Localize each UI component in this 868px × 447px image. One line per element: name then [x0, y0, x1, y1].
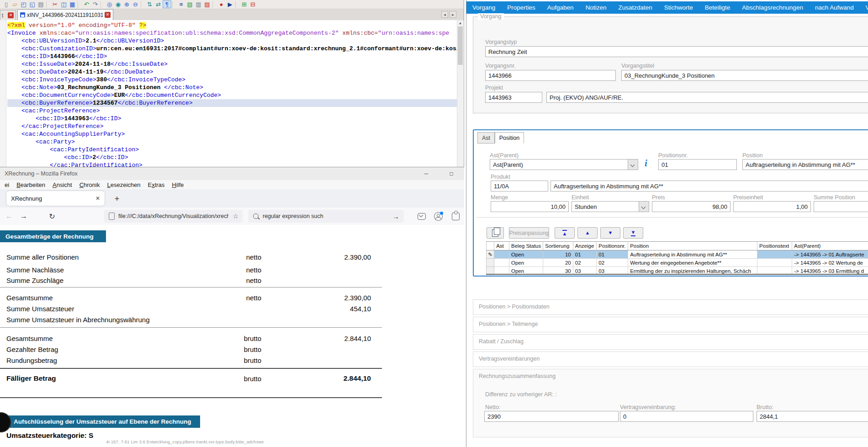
projekt-nr-input[interactable]	[485, 92, 542, 103]
tab-close-icon[interactable]: ✕	[8, 12, 14, 18]
sync-horizontal-icon[interactable]: ⇄	[154, 0, 163, 8]
find-icon[interactable]: ◎	[105, 0, 114, 8]
browser-tab[interactable]: XRechnung ✕	[6, 191, 105, 206]
save-icon[interactable]: ◰	[19, 0, 28, 8]
menu-item[interactable]: Ansicht	[49, 181, 76, 188]
save-all-icon[interactable]: ◱	[28, 0, 37, 8]
table-column-header[interactable]	[487, 242, 494, 250]
produkt-nr-input[interactable]	[491, 181, 548, 192]
zoom-in-icon[interactable]: ⊕	[122, 0, 131, 8]
vorgangstyp-input[interactable]	[485, 46, 868, 57]
undo-icon[interactable]: ↶	[82, 0, 91, 8]
scrollbar-thumb[interactable]	[458, 27, 463, 65]
tab-close-icon[interactable]: ✕	[95, 195, 100, 202]
redo-icon[interactable]: ↷	[91, 0, 100, 8]
folder-as-workspace-icon[interactable]: ▨	[203, 0, 212, 8]
forward-icon[interactable]: →	[17, 208, 30, 225]
close-doc-icon[interactable]: ⊟	[249, 0, 257, 8]
netto-input[interactable]	[484, 411, 619, 422]
vertragsvereinbarung-input[interactable]	[620, 411, 753, 422]
tab-position[interactable]: Position	[495, 132, 524, 144]
menu-item[interactable]: Extras	[144, 181, 168, 188]
menu-item[interactable]: Lesezeichen	[103, 181, 144, 188]
table-column-header[interactable]: Sortierung	[543, 242, 573, 250]
document-tab-partial[interactable]: t ✕	[0, 10, 16, 20]
chevron-down-icon[interactable]	[628, 160, 638, 170]
summe-position-input[interactable]	[814, 201, 868, 212]
search-go-icon[interactable]: →	[388, 213, 404, 220]
table-column-header[interactable]: Anzeige	[573, 242, 597, 250]
replace-icon[interactable]: ◉	[114, 0, 122, 8]
collapsed-section[interactable]: Rabatt / Zuschlag	[473, 334, 868, 350]
toolbar-separator[interactable]	[141, 1, 144, 8]
print-icon[interactable]: ▤	[37, 0, 45, 8]
erp-tab[interactable]: Aufgaben	[541, 1, 580, 14]
table-column-header[interactable]: Position	[628, 242, 757, 250]
erp-tab[interactable]: Verkaufsbeleg	[860, 1, 868, 14]
back-icon[interactable]: ←	[3, 208, 16, 225]
einheit-combo[interactable]: Stunden	[572, 201, 649, 212]
new-file-icon[interactable]: ▯	[2, 0, 11, 8]
toolbar-separator[interactable]	[46, 1, 50, 8]
bookmark-star-icon[interactable]: ☆	[228, 213, 243, 220]
word-wrap-icon[interactable]: ¶	[163, 0, 171, 8]
new-tab-button[interactable]: +	[111, 193, 123, 205]
vorgangstitel-input[interactable]	[621, 70, 868, 81]
tab-ast[interactable]: Ast	[477, 132, 495, 144]
extensions-puzzle-icon[interactable]	[449, 208, 462, 225]
row-selector-cell[interactable]: ✎	[487, 250, 494, 259]
move-down-button[interactable]: ▼	[600, 227, 620, 239]
account-icon[interactable]	[431, 208, 445, 225]
firefox-titlebar[interactable]: XRechnung – Mozilla Firefox	[0, 167, 464, 180]
preis-input[interactable]	[652, 201, 730, 212]
menu-item[interactable]: Bearbeiten	[13, 181, 49, 188]
erp-tab[interactable]: Zusatzdaten	[612, 1, 658, 14]
toolbar-separator[interactable]	[235, 1, 239, 8]
erp-tab[interactable]: Stichworte	[658, 1, 699, 14]
erp-tab[interactable]: Properties	[501, 1, 541, 14]
position-input[interactable]	[742, 159, 868, 170]
collapsed-section[interactable]: Positionen > Teilmenge	[473, 317, 868, 332]
vorgangsnr-input[interactable]	[485, 70, 616, 81]
move-up-button[interactable]: ▲	[577, 227, 598, 239]
menu-item[interactable]: Hilfe	[168, 181, 187, 188]
toolbar-separator[interactable]	[101, 1, 104, 8]
collapsed-section[interactable]: Positionen > Positionsdaten	[473, 299, 868, 315]
table-column-header[interactable]: Ast	[494, 242, 509, 250]
paste-icon[interactable]: ▦	[68, 0, 77, 8]
astparent-combo[interactable]: Ast(Parent)	[490, 159, 638, 170]
row-selector-cell[interactable]	[487, 259, 494, 267]
table-column-header[interactable]: Positionsnr.	[597, 242, 628, 250]
open-new-icon[interactable]: ⊞	[240, 0, 249, 8]
erp-tab[interactable]: Vorgang	[466, 1, 501, 14]
brutto-input[interactable]	[757, 411, 868, 422]
copy-icon[interactable]: ◫	[59, 0, 68, 8]
info-icon[interactable]: i	[645, 158, 647, 169]
scroll-up-icon[interactable]: ▲	[457, 20, 463, 26]
positionsnr-input[interactable]	[658, 159, 737, 170]
xml-editor[interactable]: <?xml version="1.0" encoding="UTF-8" ?><…	[0, 20, 458, 168]
toolbar-separator[interactable]	[172, 1, 176, 8]
menu-item[interactable]: Chronik	[76, 181, 104, 188]
move-top-button[interactable]: ▲	[555, 227, 575, 239]
sync-vertical-icon[interactable]: ⇅	[145, 0, 154, 8]
table-row[interactable]: ✎ Open 10 01 01 Auftragserteilung in Abs…	[487, 250, 868, 259]
search-bar[interactable]: regular expression such →	[248, 210, 404, 223]
tab-scroll-left-icon[interactable]: ◂	[441, 11, 448, 18]
record-macro-icon[interactable]: ●	[217, 0, 226, 8]
editor-vertical-scrollbar[interactable]: ▲	[457, 20, 463, 167]
tab-close-icon[interactable]: ✕	[105, 12, 111, 18]
erp-tab[interactable]: nach Aufwand	[809, 1, 860, 14]
show-symbols-icon[interactable]: ≡	[177, 0, 185, 8]
url-bar[interactable]: file:///C:/data/xRechnung/Visualization/…	[104, 210, 243, 223]
document-map-icon[interactable]: ▥	[194, 0, 203, 8]
menu-item[interactable]: ei	[1, 181, 13, 188]
table-column-header[interactable]: Positionstext	[757, 242, 792, 250]
projekt-name-input[interactable]	[546, 92, 868, 103]
maximize-button[interactable]: □	[441, 167, 461, 180]
minimize-button[interactable]: ─	[416, 167, 436, 180]
erp-tab[interactable]: Notizen	[580, 1, 613, 14]
document-tab-active[interactable]: xINV_1443966-20241119110318.xml ✕	[17, 9, 113, 20]
menge-input[interactable]	[491, 201, 569, 212]
open-folder-icon[interactable]: ▱	[11, 0, 19, 8]
